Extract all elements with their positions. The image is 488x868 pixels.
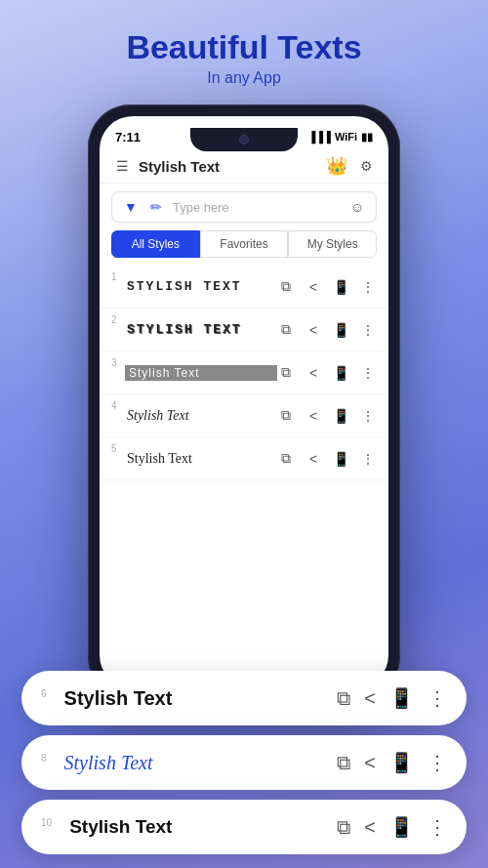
whatsapp-icon[interactable]: 📱 — [389, 686, 414, 710]
crown-icon[interactable]: 👑 — [328, 157, 346, 175]
more-icon[interactable]: ⋮ — [359, 407, 377, 425]
item-number: 5 — [111, 441, 125, 454]
app-toolbar: ☰ Stylish Text 👑 ⚙ — [100, 151, 388, 184]
share-icon[interactable]: < — [305, 407, 322, 425]
more-icon[interactable]: ⋮ — [427, 815, 447, 839]
header-icons: 👑 ⚙ — [328, 157, 375, 175]
floating-card-6: 6 Stylish Text ⧉ < 📱 ⋮ — [21, 671, 467, 725]
card-actions: ⧉ < 📱 ⋮ — [337, 686, 447, 710]
item-number: 4 — [111, 398, 125, 411]
floating-card-8: 8 Stylish Text ⧉ < 📱 ⋮ — [21, 735, 467, 790]
phone-frame: 7:11 ▐▐▐ WiFi ▮▮ ☰ Stylish Text 👑 ⚙ ▼ ✏ … — [88, 104, 400, 700]
more-icon[interactable]: ⋮ — [427, 751, 447, 774]
share-icon[interactable]: < — [364, 687, 376, 710]
item-text-5: Stylish Text — [125, 451, 277, 467]
floating-card-10: 10 Stylish Text ⧉ < 📱 ⋮ — [21, 800, 467, 854]
share-icon[interactable]: < — [305, 278, 322, 296]
page-subtitle: In any App — [126, 69, 361, 87]
list-item: 5 Stylish Text ⧉ < 📱 ⋮ — [100, 437, 388, 480]
whatsapp-icon[interactable]: 📱 — [389, 815, 414, 839]
item-actions: ⧉ < 📱 ⋮ — [277, 407, 377, 425]
menu-icon[interactable]: ☰ — [113, 157, 131, 175]
card-actions: ⧉ < 📱 ⋮ — [337, 815, 447, 839]
more-icon[interactable]: ⋮ — [359, 450, 377, 468]
more-icon[interactable]: ⋮ — [359, 364, 377, 382]
copy-icon[interactable]: ⧉ — [277, 407, 295, 425]
item-actions: ⧉ < 📱 ⋮ — [277, 364, 377, 382]
whatsapp-icon[interactable]: 📱 — [332, 321, 349, 339]
share-icon[interactable]: < — [364, 816, 376, 839]
whatsapp-icon[interactable]: 📱 — [389, 751, 414, 774]
share-icon[interactable]: < — [305, 364, 322, 382]
share-icon[interactable]: < — [364, 752, 376, 774]
copy-icon[interactable]: ⧉ — [337, 687, 350, 710]
card-text-10: Stylish Text — [69, 816, 319, 838]
item-actions: ⧉ < 📱 ⋮ — [277, 278, 377, 296]
copy-icon[interactable]: ⧉ — [277, 450, 295, 468]
item-number: 2 — [111, 312, 125, 325]
item-text-2: STYLISH TEXT — [125, 322, 277, 337]
copy-icon[interactable]: ⧉ — [337, 752, 350, 774]
notch-camera — [239, 135, 249, 145]
signal-icon: ▐▐▐ — [307, 131, 330, 143]
share-icon[interactable]: < — [305, 450, 322, 468]
list-item: 4 Stylish Text ⧉ < 📱 ⋮ — [100, 394, 388, 437]
list-item: 1 STYLISH TEXT ⧉ < 📱 ⋮ — [100, 266, 388, 309]
gear-icon[interactable]: ⚙ — [357, 157, 375, 175]
style-list: 1 STYLISH TEXT ⧉ < 📱 ⋮ 2 STYLISH TEXT ⧉ … — [100, 266, 388, 480]
card-actions: ⧉ < 📱 ⋮ — [337, 751, 447, 774]
item-text-4: Stylish Text — [125, 408, 277, 424]
item-number: 10 — [41, 815, 52, 828]
tab-bar: All Styles Favorites My Styles — [111, 230, 377, 258]
page-title: Beautiful Texts — [126, 29, 361, 65]
copy-icon[interactable]: ⧉ — [277, 364, 295, 382]
item-text-1: STYLISH TEXT — [125, 279, 277, 294]
whatsapp-icon[interactable]: 📱 — [332, 364, 349, 382]
list-item: 3 Stylish Text ⧉ < 📱 ⋮ — [100, 351, 388, 394]
phone-notch — [190, 128, 298, 151]
app-header-left: ☰ Stylish Text — [113, 157, 220, 175]
whatsapp-icon[interactable]: 📱 — [332, 450, 349, 468]
share-icon[interactable]: < — [305, 321, 322, 339]
floating-cards-wrapper: 6 Stylish Text ⧉ < 📱 ⋮ 8 Stylish Text ⧉ … — [0, 671, 488, 868]
copy-icon[interactable]: ⧉ — [277, 321, 295, 339]
item-number: 8 — [41, 751, 47, 764]
tab-my-styles[interactable]: My Styles — [288, 230, 377, 258]
status-icons: ▐▐▐ WiFi ▮▮ — [307, 131, 373, 144]
card-text-6: Stylish Text — [64, 687, 320, 710]
item-number: 1 — [111, 269, 125, 282]
wifi-icon: WiFi — [335, 131, 357, 143]
search-bar[interactable]: ▼ ✏ Type here ☺ — [111, 191, 377, 223]
whatsapp-icon[interactable]: 📱 — [332, 278, 349, 296]
smiley-icon[interactable]: ☺ — [348, 198, 366, 216]
filter-icon[interactable]: ▼ — [122, 198, 140, 216]
more-icon[interactable]: ⋮ — [427, 686, 447, 710]
status-time: 7:11 — [115, 130, 141, 145]
copy-icon[interactable]: ⧉ — [337, 816, 350, 839]
search-placeholder: Type here — [173, 200, 341, 215]
pencil-icon[interactable]: ✏ — [147, 198, 165, 216]
more-icon[interactable]: ⋮ — [359, 278, 377, 296]
battery-icon: ▮▮ — [361, 131, 373, 144]
whatsapp-icon[interactable]: 📱 — [332, 407, 349, 425]
item-actions: ⧉ < 📱 ⋮ — [277, 321, 377, 339]
item-actions: ⧉ < 📱 ⋮ — [277, 450, 377, 468]
app-name: Stylish Text — [139, 158, 220, 175]
copy-icon[interactable]: ⧉ — [277, 278, 295, 296]
list-item: 2 STYLISH TEXT ⧉ < 📱 ⋮ — [100, 309, 388, 351]
tab-favorites[interactable]: Favorites — [200, 230, 289, 258]
item-number: 6 — [41, 686, 47, 699]
tab-all-styles[interactable]: All Styles — [111, 230, 200, 258]
more-icon[interactable]: ⋮ — [359, 321, 377, 339]
item-text-3: Stylish Text — [125, 365, 277, 381]
phone-screen: 7:11 ▐▐▐ WiFi ▮▮ ☰ Stylish Text 👑 ⚙ ▼ ✏ … — [100, 116, 388, 688]
app-header-text: Beautiful Texts In any App — [126, 29, 361, 87]
card-text-8: Stylish Text — [64, 752, 320, 774]
item-number: 3 — [111, 355, 125, 368]
